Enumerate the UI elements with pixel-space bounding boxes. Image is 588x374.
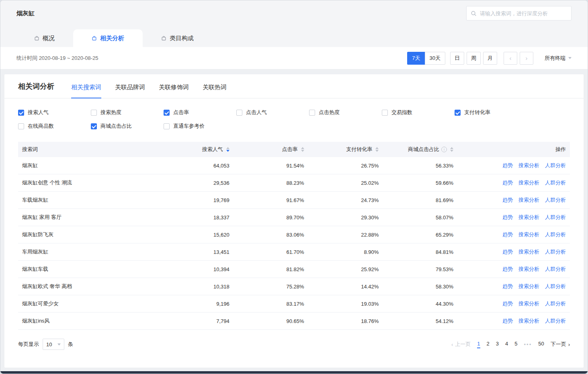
action-link-1[interactable]: 搜索分析 xyxy=(518,317,539,325)
metric-checkbox-9[interactable]: 直通车参考价 xyxy=(164,123,236,130)
action-link-0[interactable]: 趋势 xyxy=(502,266,513,273)
metric-checkbox-7[interactable]: 在线商品数 xyxy=(18,123,91,130)
action-link-2[interactable]: 人群分析 xyxy=(545,162,566,169)
subtab-2[interactable]: 关联修饰词 xyxy=(159,84,189,98)
action-link-2[interactable]: 人群分析 xyxy=(545,266,566,273)
period-button-0[interactable]: 7天 xyxy=(407,52,425,65)
checkbox-icon[interactable] xyxy=(164,110,170,116)
sort-icon[interactable] xyxy=(301,147,304,152)
checkbox-icon[interactable] xyxy=(164,123,170,129)
page-number-50[interactable]: 50 xyxy=(538,341,544,348)
info-icon[interactable]: i xyxy=(441,147,447,152)
subtab-0[interactable]: 相关搜索词 xyxy=(71,84,101,98)
subtab-1[interactable]: 关联品牌词 xyxy=(115,84,145,98)
granularity-button-2[interactable]: 月 xyxy=(483,52,497,65)
action-link-1[interactable]: 搜索分析 xyxy=(518,283,539,290)
checkbox-icon[interactable] xyxy=(382,110,388,116)
action-link-0[interactable]: 趋势 xyxy=(502,196,513,204)
per-page-select[interactable]: 10 xyxy=(43,339,64,350)
value-cell: 54.12% xyxy=(379,318,453,324)
action-link-2[interactable]: 人群分析 xyxy=(545,300,566,307)
checkbox-icon[interactable] xyxy=(18,110,24,116)
terminal-dropdown[interactable]: 所有终端 xyxy=(545,55,572,62)
metric-checkbox-0[interactable]: 搜索人气 xyxy=(18,109,91,116)
subtab-3[interactable]: 关联热词 xyxy=(203,84,227,98)
page-number-5[interactable]: 5 xyxy=(514,341,517,348)
page-number-2[interactable]: 2 xyxy=(487,341,490,348)
action-link-1[interactable]: 搜索分析 xyxy=(518,179,539,186)
column-header-2[interactable]: 支付转化率 xyxy=(304,146,379,153)
value-cell: 84.81% xyxy=(379,249,453,255)
metric-checkbox-6[interactable]: 支付转化率 xyxy=(455,109,527,116)
action-link-1[interactable]: 搜索分析 xyxy=(518,300,539,307)
page-ellipsis[interactable]: ••• xyxy=(524,341,532,347)
row-actions: 趋势搜索分析人群分析 xyxy=(453,266,566,273)
metric-checkbox-8[interactable]: 商城点击占比 xyxy=(91,123,164,130)
bag-icon xyxy=(92,36,97,41)
search-box[interactable] xyxy=(466,6,572,20)
sort-icon[interactable] xyxy=(226,147,229,152)
value-cell: 10,318 xyxy=(155,284,229,290)
checkbox-icon[interactable] xyxy=(309,110,315,116)
column-header-0[interactable]: 搜索人气 xyxy=(155,146,229,153)
page-number-4[interactable]: 4 xyxy=(505,341,508,348)
metric-checkbox-2[interactable]: 点击率 xyxy=(164,109,236,116)
action-link-1[interactable]: 搜索分析 xyxy=(518,248,539,255)
metric-checkbox-4[interactable]: 点击热度 xyxy=(309,109,382,116)
row-actions: 趋势搜索分析人群分析 xyxy=(453,231,566,238)
action-link-1[interactable]: 搜索分析 xyxy=(518,231,539,238)
action-link-2[interactable]: 人群分析 xyxy=(545,317,566,325)
value-cell: 61.70% xyxy=(229,249,304,255)
action-link-0[interactable]: 趋势 xyxy=(502,248,513,255)
keyword-cell: 烟灰缸 xyxy=(22,162,155,169)
checkbox-icon[interactable] xyxy=(91,110,97,116)
action-link-1[interactable]: 搜索分析 xyxy=(518,162,539,169)
action-link-0[interactable]: 趋势 xyxy=(502,231,513,238)
period-button-1[interactable]: 30天 xyxy=(425,52,445,65)
checkbox-icon[interactable] xyxy=(455,110,461,116)
action-link-0[interactable]: 趋势 xyxy=(502,162,513,169)
page-number-1[interactable]: 1 xyxy=(477,341,480,348)
action-link-2[interactable]: 人群分析 xyxy=(545,248,566,255)
column-header-3[interactable]: 商城点击占比i xyxy=(379,146,453,153)
action-link-2[interactable]: 人群分析 xyxy=(545,214,566,221)
tab-1[interactable]: 相关分析 xyxy=(73,29,143,47)
action-link-1[interactable]: 搜索分析 xyxy=(518,196,539,204)
action-link-1[interactable]: 搜索分析 xyxy=(518,266,539,273)
checkbox-icon[interactable] xyxy=(236,110,242,116)
action-link-0[interactable]: 趋势 xyxy=(502,283,513,290)
sort-icon[interactable] xyxy=(450,147,453,152)
metric-checkbox-1[interactable]: 搜索热度 xyxy=(91,109,164,116)
tab-2[interactable]: 类目构成 xyxy=(143,29,212,47)
granularity-button-1[interactable]: 周 xyxy=(467,52,481,65)
page-header: 烟灰缸 xyxy=(0,0,588,26)
action-link-2[interactable]: 人群分析 xyxy=(545,231,566,238)
tab-0[interactable]: 概况 xyxy=(16,29,73,47)
sort-icon[interactable] xyxy=(375,147,379,152)
next-page-button[interactable]: 下一页› xyxy=(551,341,570,348)
page-number-3[interactable]: 3 xyxy=(496,341,499,348)
checkbox-icon[interactable] xyxy=(91,123,97,129)
value-cell: 25.92% xyxy=(304,266,379,272)
metric-checkbox-3[interactable]: 点击人气 xyxy=(236,109,309,116)
row-actions: 趋势搜索分析人群分析 xyxy=(453,248,566,255)
prev-page-button[interactable]: ‹上一页 xyxy=(451,341,471,348)
action-link-2[interactable]: 人群分析 xyxy=(545,179,566,186)
action-link-0[interactable]: 趋势 xyxy=(502,179,513,186)
next-period-button[interactable]: › xyxy=(520,52,533,65)
metric-label: 点击热度 xyxy=(319,109,340,116)
column-header-1[interactable]: 点击率 xyxy=(229,146,304,153)
metric-checkbox-5[interactable]: 交易指数 xyxy=(382,109,455,116)
value-cell: 64,053 xyxy=(155,163,229,169)
action-link-2[interactable]: 人群分析 xyxy=(545,196,566,204)
search-input[interactable] xyxy=(480,10,567,16)
prev-period-button[interactable]: ‹ xyxy=(504,52,517,65)
granularity-button-0[interactable]: 日 xyxy=(450,52,464,65)
action-link-0[interactable]: 趋势 xyxy=(502,300,513,307)
action-link-0[interactable]: 趋势 xyxy=(502,214,513,221)
action-link-1[interactable]: 搜索分析 xyxy=(518,214,539,221)
checkbox-icon[interactable] xyxy=(18,123,24,129)
action-link-0[interactable]: 趋势 xyxy=(502,317,513,325)
action-link-2[interactable]: 人群分析 xyxy=(545,283,566,290)
page-title: 烟灰缸 xyxy=(16,10,35,17)
